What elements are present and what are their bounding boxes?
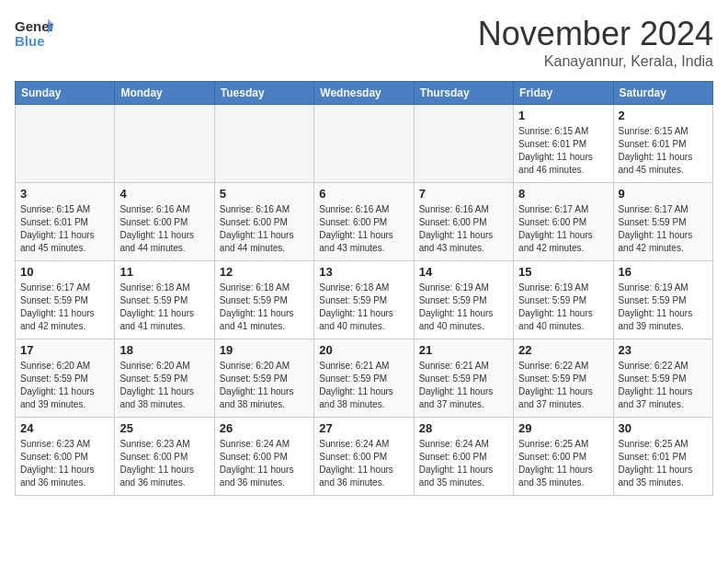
day-number: 29 xyxy=(518,421,608,435)
calendar-cell: 5Sunrise: 6:16 AM Sunset: 6:00 PM Daylig… xyxy=(214,183,313,261)
calendar-cell: 4Sunrise: 6:16 AM Sunset: 6:00 PM Daylig… xyxy=(115,183,214,261)
day-number: 23 xyxy=(619,343,708,357)
day-number: 4 xyxy=(119,187,209,201)
day-number: 11 xyxy=(119,265,209,279)
day-number: 27 xyxy=(319,421,408,435)
day-number: 15 xyxy=(518,265,608,279)
day-info: Sunrise: 6:18 AM Sunset: 5:59 PM Dayligh… xyxy=(119,282,209,333)
day-info: Sunrise: 6:25 AM Sunset: 6:01 PM Dayligh… xyxy=(619,438,708,489)
day-number: 28 xyxy=(419,421,508,435)
month-title: November 2024 xyxy=(478,15,713,53)
day-number: 16 xyxy=(619,265,708,279)
day-number: 1 xyxy=(518,109,608,122)
day-info: Sunrise: 6:16 AM Sunset: 6:00 PM Dayligh… xyxy=(220,203,309,255)
day-number: 21 xyxy=(419,343,508,357)
calendar-cell: 25Sunrise: 6:23 AM Sunset: 6:00 PM Dayli… xyxy=(115,418,214,496)
page-header: General Blue November 2024 Kanayannur, K… xyxy=(15,15,713,70)
logo: General Blue xyxy=(15,15,53,50)
day-number: 6 xyxy=(319,187,408,201)
weekday-header-cell: Friday xyxy=(514,82,613,105)
calendar-cell: 8Sunrise: 6:17 AM Sunset: 6:00 PM Daylig… xyxy=(514,183,613,261)
calendar-cell: 14Sunrise: 6:19 AM Sunset: 5:59 PM Dayli… xyxy=(414,261,513,339)
day-info: Sunrise: 6:16 AM Sunset: 6:00 PM Dayligh… xyxy=(419,203,508,255)
calendar-cell: 13Sunrise: 6:18 AM Sunset: 5:59 PM Dayli… xyxy=(314,261,414,339)
day-info: Sunrise: 6:22 AM Sunset: 5:59 PM Dayligh… xyxy=(518,360,608,411)
day-info: Sunrise: 6:15 AM Sunset: 6:01 PM Dayligh… xyxy=(518,125,608,177)
day-info: Sunrise: 6:22 AM Sunset: 5:59 PM Dayligh… xyxy=(619,360,708,411)
day-number: 26 xyxy=(220,421,309,435)
day-info: Sunrise: 6:24 AM Sunset: 6:00 PM Dayligh… xyxy=(419,438,508,489)
day-info: Sunrise: 6:15 AM Sunset: 6:01 PM Dayligh… xyxy=(619,125,708,177)
day-info: Sunrise: 6:21 AM Sunset: 5:59 PM Dayligh… xyxy=(319,360,408,411)
day-number: 14 xyxy=(419,265,508,279)
calendar-cell: 12Sunrise: 6:18 AM Sunset: 5:59 PM Dayli… xyxy=(214,261,313,339)
calendar-cell: 17Sunrise: 6:20 AM Sunset: 5:59 PM Dayli… xyxy=(16,339,115,418)
calendar-cell: 28Sunrise: 6:24 AM Sunset: 6:00 PM Dayli… xyxy=(414,418,513,496)
day-info: Sunrise: 6:16 AM Sunset: 6:00 PM Dayligh… xyxy=(119,203,209,255)
day-number: 8 xyxy=(518,187,608,201)
day-info: Sunrise: 6:17 AM Sunset: 5:59 PM Dayligh… xyxy=(619,203,708,255)
day-info: Sunrise: 6:16 AM Sunset: 6:00 PM Dayligh… xyxy=(319,203,408,255)
day-number: 24 xyxy=(20,421,109,435)
day-info: Sunrise: 6:19 AM Sunset: 5:59 PM Dayligh… xyxy=(419,282,508,333)
weekday-header-cell: Thursday xyxy=(414,82,513,105)
calendar-cell: 23Sunrise: 6:22 AM Sunset: 5:59 PM Dayli… xyxy=(613,339,712,418)
day-number: 20 xyxy=(319,343,408,357)
day-number: 10 xyxy=(20,265,109,279)
day-info: Sunrise: 6:15 AM Sunset: 6:01 PM Dayligh… xyxy=(20,203,109,255)
day-info: Sunrise: 6:19 AM Sunset: 5:59 PM Dayligh… xyxy=(619,282,708,333)
day-info: Sunrise: 6:21 AM Sunset: 5:59 PM Dayligh… xyxy=(419,360,508,411)
day-number: 3 xyxy=(20,187,109,201)
day-number: 12 xyxy=(220,265,309,279)
day-info: Sunrise: 6:17 AM Sunset: 6:00 PM Dayligh… xyxy=(518,203,608,255)
day-info: Sunrise: 6:20 AM Sunset: 5:59 PM Dayligh… xyxy=(119,360,209,411)
calendar-cell: 18Sunrise: 6:20 AM Sunset: 5:59 PM Dayli… xyxy=(115,339,214,418)
day-info: Sunrise: 6:25 AM Sunset: 6:00 PM Dayligh… xyxy=(518,438,608,489)
calendar-cell: 27Sunrise: 6:24 AM Sunset: 6:00 PM Dayli… xyxy=(314,418,414,496)
weekday-header-cell: Monday xyxy=(115,82,214,105)
day-number: 5 xyxy=(220,187,309,201)
day-info: Sunrise: 6:23 AM Sunset: 6:00 PM Dayligh… xyxy=(119,438,209,489)
day-info: Sunrise: 6:23 AM Sunset: 6:00 PM Dayligh… xyxy=(20,438,109,489)
calendar-week-row: 17Sunrise: 6:20 AM Sunset: 5:59 PM Dayli… xyxy=(16,339,713,418)
weekday-header-cell: Tuesday xyxy=(214,82,313,105)
calendar-cell xyxy=(414,105,513,183)
calendar-week-row: 3Sunrise: 6:15 AM Sunset: 6:01 PM Daylig… xyxy=(16,183,713,261)
calendar-cell: 10Sunrise: 6:17 AM Sunset: 5:59 PM Dayli… xyxy=(16,261,115,339)
weekday-header-cell: Saturday xyxy=(613,82,712,105)
calendar-cell: 26Sunrise: 6:24 AM Sunset: 6:00 PM Dayli… xyxy=(214,418,313,496)
calendar-week-row: 1Sunrise: 6:15 AM Sunset: 6:01 PM Daylig… xyxy=(16,105,713,183)
day-info: Sunrise: 6:18 AM Sunset: 5:59 PM Dayligh… xyxy=(319,282,408,333)
calendar-cell: 21Sunrise: 6:21 AM Sunset: 5:59 PM Dayli… xyxy=(414,339,513,418)
calendar-week-row: 10Sunrise: 6:17 AM Sunset: 5:59 PM Dayli… xyxy=(16,261,713,339)
day-info: Sunrise: 6:19 AM Sunset: 5:59 PM Dayligh… xyxy=(518,282,608,333)
weekday-header-cell: Wednesday xyxy=(314,82,414,105)
day-number: 7 xyxy=(419,187,508,201)
calendar-cell: 30Sunrise: 6:25 AM Sunset: 6:01 PM Dayli… xyxy=(613,418,712,496)
calendar-week-row: 24Sunrise: 6:23 AM Sunset: 6:00 PM Dayli… xyxy=(16,418,713,496)
title-block: November 2024 Kanayannur, Kerala, India xyxy=(478,15,713,70)
calendar-cell: 7Sunrise: 6:16 AM Sunset: 6:00 PM Daylig… xyxy=(414,183,513,261)
day-info: Sunrise: 6:17 AM Sunset: 5:59 PM Dayligh… xyxy=(20,282,109,333)
day-number: 22 xyxy=(518,343,608,357)
day-info: Sunrise: 6:18 AM Sunset: 5:59 PM Dayligh… xyxy=(220,282,309,333)
day-number: 17 xyxy=(20,343,109,357)
calendar-cell xyxy=(214,105,313,183)
day-info: Sunrise: 6:24 AM Sunset: 6:00 PM Dayligh… xyxy=(220,438,309,489)
calendar-cell: 9Sunrise: 6:17 AM Sunset: 5:59 PM Daylig… xyxy=(613,183,712,261)
calendar-cell: 19Sunrise: 6:20 AM Sunset: 5:59 PM Dayli… xyxy=(214,339,313,418)
calendar-cell: 16Sunrise: 6:19 AM Sunset: 5:59 PM Dayli… xyxy=(613,261,712,339)
calendar-cell: 29Sunrise: 6:25 AM Sunset: 6:00 PM Dayli… xyxy=(514,418,613,496)
day-number: 2 xyxy=(619,109,708,122)
calendar-cell: 1Sunrise: 6:15 AM Sunset: 6:01 PM Daylig… xyxy=(514,105,613,183)
day-number: 30 xyxy=(619,421,708,435)
calendar-cell xyxy=(314,105,414,183)
svg-text:General: General xyxy=(15,18,53,34)
calendar-cell: 20Sunrise: 6:21 AM Sunset: 5:59 PM Dayli… xyxy=(314,339,414,418)
calendar-cell: 3Sunrise: 6:15 AM Sunset: 6:01 PM Daylig… xyxy=(16,183,115,261)
day-number: 25 xyxy=(119,421,209,435)
calendar-cell: 2Sunrise: 6:15 AM Sunset: 6:01 PM Daylig… xyxy=(613,105,712,183)
calendar-table: SundayMondayTuesdayWednesdayThursdayFrid… xyxy=(15,81,713,496)
day-number: 13 xyxy=(319,265,408,279)
day-info: Sunrise: 6:20 AM Sunset: 5:59 PM Dayligh… xyxy=(20,360,109,411)
